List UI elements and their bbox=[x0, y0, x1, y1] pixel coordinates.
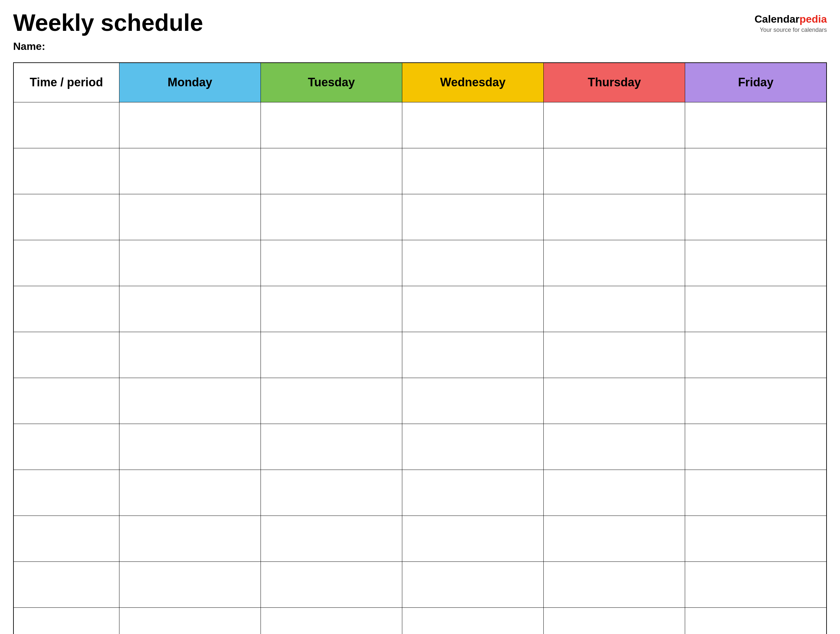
cell-row1-col5[interactable] bbox=[685, 148, 827, 194]
cell-row6-col2[interactable] bbox=[261, 378, 402, 424]
cell-row6-col3[interactable] bbox=[402, 378, 543, 424]
cell-row6-col0[interactable] bbox=[13, 378, 119, 424]
table-row[interactable] bbox=[13, 470, 827, 515]
cell-row9-col0[interactable] bbox=[13, 515, 119, 561]
cell-row6-col5[interactable] bbox=[685, 378, 827, 424]
cell-row9-col5[interactable] bbox=[685, 515, 827, 561]
schedule-table: Time / period Monday Tuesday Wednesday T… bbox=[13, 62, 827, 634]
col-header-wednesday: Wednesday bbox=[402, 63, 543, 102]
page-header: Weekly schedule Name: Calendarpedia Your… bbox=[13, 10, 827, 52]
cell-row11-col2[interactable] bbox=[261, 607, 402, 634]
name-label: Name: bbox=[13, 40, 754, 52]
cell-row4-col1[interactable] bbox=[119, 286, 261, 332]
cell-row0-col2[interactable] bbox=[261, 102, 402, 148]
cell-row6-col4[interactable] bbox=[544, 378, 685, 424]
cell-row6-col1[interactable] bbox=[119, 378, 261, 424]
cell-row5-col2[interactable] bbox=[261, 332, 402, 378]
table-row[interactable] bbox=[13, 286, 827, 332]
cell-row5-col3[interactable] bbox=[402, 332, 543, 378]
cell-row3-col3[interactable] bbox=[402, 240, 543, 286]
cell-row11-col3[interactable] bbox=[402, 607, 543, 634]
cell-row0-col1[interactable] bbox=[119, 102, 261, 148]
cell-row11-col0[interactable] bbox=[13, 607, 119, 634]
cell-row2-col1[interactable] bbox=[119, 194, 261, 240]
cell-row11-col1[interactable] bbox=[119, 607, 261, 634]
col-header-time: Time / period bbox=[13, 63, 119, 102]
cell-row10-col4[interactable] bbox=[544, 561, 685, 607]
cell-row7-col3[interactable] bbox=[402, 424, 543, 470]
cell-row9-col3[interactable] bbox=[402, 515, 543, 561]
page-title: Weekly schedule bbox=[13, 10, 754, 36]
cell-row0-col4[interactable] bbox=[544, 102, 685, 148]
cell-row2-col2[interactable] bbox=[261, 194, 402, 240]
cell-row2-col5[interactable] bbox=[685, 194, 827, 240]
logo-tagline: Your source for calendars bbox=[754, 27, 827, 33]
table-row[interactable] bbox=[13, 102, 827, 148]
title-area: Weekly schedule Name: bbox=[13, 10, 754, 52]
col-header-monday: Monday bbox=[119, 63, 261, 102]
cell-row5-col0[interactable] bbox=[13, 332, 119, 378]
col-header-tuesday: Tuesday bbox=[261, 63, 402, 102]
cell-row1-col4[interactable] bbox=[544, 148, 685, 194]
cell-row8-col1[interactable] bbox=[119, 470, 261, 515]
cell-row10-col0[interactable] bbox=[13, 561, 119, 607]
cell-row4-col5[interactable] bbox=[685, 286, 827, 332]
table-row[interactable] bbox=[13, 148, 827, 194]
cell-row8-col2[interactable] bbox=[261, 470, 402, 515]
cell-row7-col4[interactable] bbox=[544, 424, 685, 470]
cell-row0-col5[interactable] bbox=[685, 102, 827, 148]
table-row[interactable] bbox=[13, 515, 827, 561]
cell-row1-col1[interactable] bbox=[119, 148, 261, 194]
cell-row1-col3[interactable] bbox=[402, 148, 543, 194]
col-header-friday: Friday bbox=[685, 63, 827, 102]
cell-row10-col3[interactable] bbox=[402, 561, 543, 607]
cell-row5-col4[interactable] bbox=[544, 332, 685, 378]
logo-pedia: pedia bbox=[799, 13, 827, 25]
table-row[interactable] bbox=[13, 240, 827, 286]
cell-row3-col4[interactable] bbox=[544, 240, 685, 286]
table-row[interactable] bbox=[13, 424, 827, 470]
cell-row1-col2[interactable] bbox=[261, 148, 402, 194]
table-row[interactable] bbox=[13, 194, 827, 240]
table-row[interactable] bbox=[13, 607, 827, 634]
cell-row5-col1[interactable] bbox=[119, 332, 261, 378]
cell-row4-col2[interactable] bbox=[261, 286, 402, 332]
cell-row3-col5[interactable] bbox=[685, 240, 827, 286]
cell-row7-col2[interactable] bbox=[261, 424, 402, 470]
cell-row11-col5[interactable] bbox=[685, 607, 827, 634]
cell-row8-col0[interactable] bbox=[13, 470, 119, 515]
cell-row9-col2[interactable] bbox=[261, 515, 402, 561]
cell-row1-col0[interactable] bbox=[13, 148, 119, 194]
table-row[interactable] bbox=[13, 378, 827, 424]
cell-row3-col2[interactable] bbox=[261, 240, 402, 286]
cell-row8-col5[interactable] bbox=[685, 470, 827, 515]
cell-row10-col1[interactable] bbox=[119, 561, 261, 607]
cell-row3-col1[interactable] bbox=[119, 240, 261, 286]
cell-row4-col3[interactable] bbox=[402, 286, 543, 332]
cell-row7-col5[interactable] bbox=[685, 424, 827, 470]
cell-row7-col1[interactable] bbox=[119, 424, 261, 470]
cell-row8-col4[interactable] bbox=[544, 470, 685, 515]
cell-row8-col3[interactable] bbox=[402, 470, 543, 515]
cell-row2-col4[interactable] bbox=[544, 194, 685, 240]
cell-row10-col5[interactable] bbox=[685, 561, 827, 607]
header-row: Time / period Monday Tuesday Wednesday T… bbox=[13, 63, 827, 102]
cell-row4-col0[interactable] bbox=[13, 286, 119, 332]
table-row[interactable] bbox=[13, 332, 827, 378]
cell-row3-col0[interactable] bbox=[13, 240, 119, 286]
cell-row0-col0[interactable] bbox=[13, 102, 119, 148]
cell-row11-col4[interactable] bbox=[544, 607, 685, 634]
cell-row9-col1[interactable] bbox=[119, 515, 261, 561]
logo-calendar: Calendar bbox=[754, 13, 799, 25]
cell-row2-col3[interactable] bbox=[402, 194, 543, 240]
cell-row2-col0[interactable] bbox=[13, 194, 119, 240]
table-row[interactable] bbox=[13, 561, 827, 607]
cell-row4-col4[interactable] bbox=[544, 286, 685, 332]
cell-row9-col4[interactable] bbox=[544, 515, 685, 561]
logo-area: Calendarpedia Your source for calendars bbox=[754, 13, 827, 33]
col-header-thursday: Thursday bbox=[544, 63, 685, 102]
cell-row10-col2[interactable] bbox=[261, 561, 402, 607]
cell-row0-col3[interactable] bbox=[402, 102, 543, 148]
cell-row5-col5[interactable] bbox=[685, 332, 827, 378]
cell-row7-col0[interactable] bbox=[13, 424, 119, 470]
